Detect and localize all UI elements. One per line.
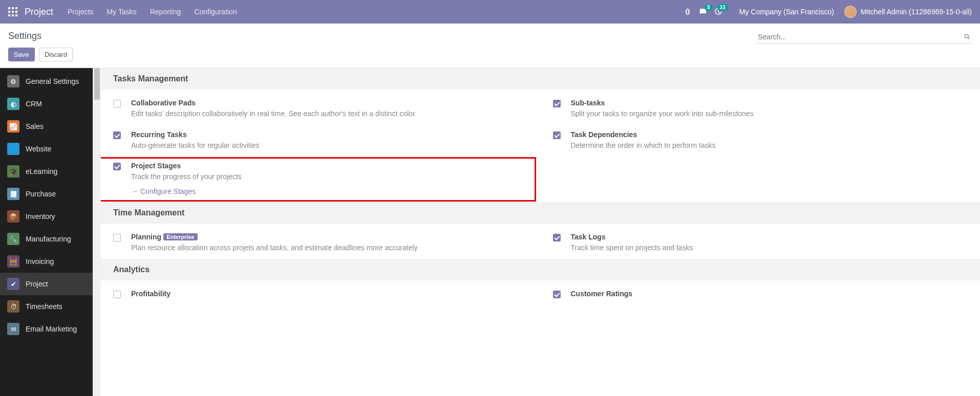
sidebar-item-purchase[interactable]: 🧾Purchase xyxy=(0,183,93,205)
sidebar-icon: 📈 xyxy=(7,120,19,133)
user-name: Mitchell Admin (11286969-15-0-all) xyxy=(861,8,972,16)
svg-rect-5 xyxy=(15,11,17,13)
setting-customer-ratings: Customer Ratings xyxy=(541,284,981,304)
sidebar-icon: ⏱ xyxy=(7,300,19,313)
svg-rect-8 xyxy=(15,14,17,16)
setting-title: Collaborative Pads xyxy=(131,99,196,107)
top-navbar: Project Projects My Tasks Reporting Conf… xyxy=(0,0,980,24)
sidebar-icon: 🧮 xyxy=(7,255,19,268)
sidebar-icon: 🎓 xyxy=(7,165,19,178)
nav-projects[interactable]: Projects xyxy=(68,8,94,16)
setting-title: Sub-tasks xyxy=(571,99,605,107)
sidebar-icon: 🧾 xyxy=(7,188,19,200)
sidebar-item-label: Inventory xyxy=(26,212,55,221)
enterprise-badge: Enterprise xyxy=(163,233,197,240)
setting-collaborative-pads: Collaborative PadsEdit tasks' descriptio… xyxy=(101,94,541,125)
activities-badge: 33 xyxy=(717,4,728,11)
sidebar-item-label: CRM xyxy=(26,100,42,108)
setting-task-logs: Task LogsTrack time spent on projects an… xyxy=(541,228,981,259)
sidebar-item-email-marketing[interactable]: ✉Email Marketing xyxy=(0,318,93,340)
app-brand[interactable]: Project xyxy=(25,7,53,17)
setting-checkbox[interactable] xyxy=(113,131,121,139)
sidebar-item-general-settings[interactable]: ⚙General Settings xyxy=(0,70,93,93)
setting-desc: Split your tasks to organize your work i… xyxy=(571,109,968,119)
sidebar-item-label: Email Marketing xyxy=(26,325,77,333)
settings-content: Tasks ManagementCollaborative PadsEdit t… xyxy=(101,68,980,396)
sidebar-item-manufacturing[interactable]: 🔧Manufacturing xyxy=(0,228,93,250)
setting-title: Task Logs xyxy=(571,233,606,241)
messages-icon[interactable]: 5 xyxy=(698,7,708,16)
configure-link-label: Configure Stages xyxy=(140,187,196,195)
section-header: Time Management xyxy=(101,202,980,224)
sidebar-item-label: Manufacturing xyxy=(26,235,71,243)
setting-checkbox[interactable] xyxy=(113,100,121,107)
sidebar-icon: ✉ xyxy=(7,323,19,335)
sidebar-item-project[interactable]: ✔Project xyxy=(0,273,93,295)
activities-icon[interactable]: 33 xyxy=(714,7,723,16)
sidebar-icon: 📦 xyxy=(7,210,19,223)
setting-title: Planning xyxy=(131,233,161,241)
svg-rect-4 xyxy=(12,11,14,13)
setting-checkbox[interactable] xyxy=(553,291,561,298)
sidebar-item-label: Project xyxy=(26,280,48,288)
sidebar-icon: 🔧 xyxy=(7,233,19,245)
apps-icon[interactable] xyxy=(8,7,17,16)
setting-desc: Edit tasks' description collaboratively … xyxy=(131,109,528,119)
nav-my-tasks[interactable]: My Tasks xyxy=(107,8,137,16)
setting-project-stages: Project StagesTrack the progress of your… xyxy=(101,157,537,202)
setting-title: Recurring Tasks xyxy=(131,130,187,139)
svg-line-10 xyxy=(968,38,970,39)
setting-checkbox[interactable] xyxy=(553,100,561,107)
svg-rect-1 xyxy=(12,7,14,9)
setting-title: Project Stages xyxy=(131,162,181,170)
search-input-wrap[interactable] xyxy=(757,31,972,43)
setting-profitability: Profitability xyxy=(101,284,541,304)
search-icon xyxy=(964,33,971,40)
save-button[interactable]: Save xyxy=(8,48,35,61)
setting-desc: Track time spent on projects and tasks xyxy=(571,243,968,253)
sidebar-item-label: Sales xyxy=(26,122,44,130)
sidebar-item-label: General Settings xyxy=(26,77,79,85)
sidebar-item-elearning[interactable]: 🎓eLearning xyxy=(0,160,93,183)
svg-rect-0 xyxy=(8,7,10,9)
sidebar-item-website[interactable]: 🌐Website xyxy=(0,138,93,160)
setting-planning: PlanningEnterprisePlan resource allocati… xyxy=(101,228,541,259)
setting-title: Task Dependencies xyxy=(571,130,637,139)
sidebar-item-sales[interactable]: 📈Sales xyxy=(0,115,93,138)
page-title: Settings xyxy=(8,31,73,41)
setting-desc: Determine the order in which to perform … xyxy=(571,141,968,151)
company-switcher[interactable]: My Company (San Francisco) xyxy=(739,8,834,16)
sidebar-scrollbar[interactable] xyxy=(93,68,101,396)
sidebar-item-inventory[interactable]: 📦Inventory xyxy=(0,205,93,228)
setting-task-dependencies: Task DependenciesDetermine the order in … xyxy=(541,125,981,157)
settings-sidebar: ⚙General Settings◐CRM📈Sales🌐Website🎓eLea… xyxy=(0,68,93,396)
debug-icon[interactable] xyxy=(683,7,692,16)
sidebar-icon: ◐ xyxy=(7,98,19,110)
svg-rect-2 xyxy=(15,7,17,9)
search-input[interactable] xyxy=(758,33,964,41)
nav-configuration[interactable]: Configuration xyxy=(194,8,237,16)
setting-checkbox[interactable] xyxy=(553,131,561,139)
sidebar-item-timesheets[interactable]: ⏱Timesheets xyxy=(0,295,93,318)
nav-reporting[interactable]: Reporting xyxy=(150,8,181,16)
sidebar-item-invoicing[interactable]: 🧮Invoicing xyxy=(0,250,93,273)
setting-checkbox[interactable] xyxy=(113,163,121,170)
user-menu[interactable]: Mitchell Admin (11286969-15-0-all) xyxy=(844,6,972,18)
sidebar-item-label: Purchase xyxy=(26,190,56,198)
sidebar-item-label: eLearning xyxy=(26,167,57,175)
setting-checkbox[interactable] xyxy=(553,234,561,241)
discard-button[interactable]: Discard xyxy=(39,48,73,61)
sidebar-icon: 🌐 xyxy=(7,143,19,155)
setting-title: Profitability xyxy=(131,290,171,298)
sidebar-item-crm[interactable]: ◐CRM xyxy=(0,93,93,115)
messages-badge: 5 xyxy=(705,4,713,11)
setting-sub-tasks: Sub-tasksSplit your tasks to organize yo… xyxy=(541,94,981,125)
setting-desc: Plan resource allocation across projets … xyxy=(131,243,528,253)
setting-checkbox[interactable] xyxy=(113,291,121,298)
setting-checkbox[interactable] xyxy=(113,234,121,241)
setting-recurring-tasks: Recurring TasksAuto-generate tasks for r… xyxy=(101,125,541,157)
svg-rect-3 xyxy=(8,11,10,13)
section-header: Analytics xyxy=(101,259,980,280)
section-header: Tasks Management xyxy=(101,68,980,90)
configure-link[interactable]: →Configure Stages xyxy=(131,187,196,195)
